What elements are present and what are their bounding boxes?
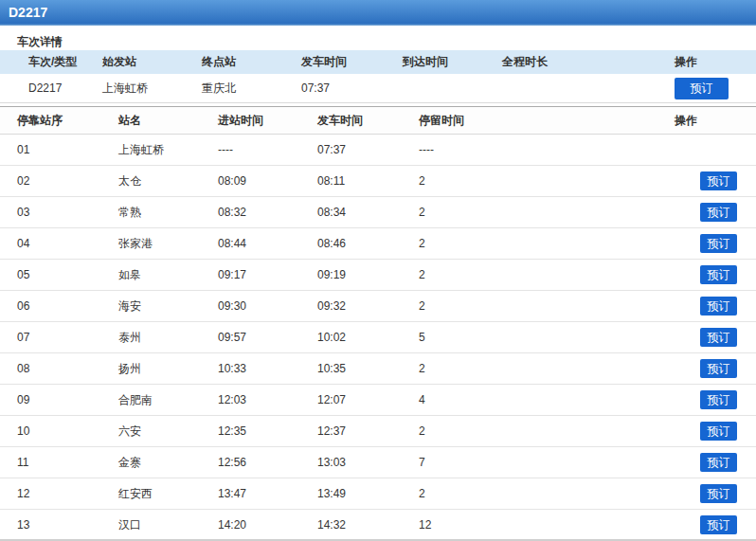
station-name-cell: 扬州 (118, 361, 218, 377)
departure-time-cell: 12:07 (317, 393, 419, 406)
departure-time-cell: 10:35 (317, 362, 419, 375)
stay-time-cell: 7 (419, 456, 675, 469)
stop-row: 03 常熟 08:32 08:34 2 预订 (0, 197, 756, 228)
header-cell-origin: 始发站 (102, 54, 202, 70)
departure-time-cell: 07:37 (317, 143, 419, 156)
departure-time-cell: 12:37 (317, 424, 419, 438)
header-cell-arrival-time: 进站时间 (218, 113, 317, 129)
arrival-time-cell: 14:20 (218, 518, 317, 532)
station-name-cell: 六安 (118, 424, 218, 440)
arrival-time-cell: 08:44 (218, 237, 317, 250)
stop-seq-cell: 07 (17, 331, 118, 344)
book-button[interactable]: 预订 (675, 78, 729, 99)
book-button[interactable]: 预订 (700, 390, 737, 409)
stop-seq-cell: 01 (17, 143, 118, 156)
stop-row: 10 六安 12:35 12:37 2 预订 (0, 416, 756, 447)
stops-table-body: 01 上海虹桥 ---- 07:37 ---- 02 太仓 08:09 08:1… (0, 135, 756, 541)
book-button[interactable]: 预订 (700, 171, 737, 190)
stops-header-row: 停靠站序 站名 进站时间 发车时间 停留时间 操作 (0, 107, 756, 135)
station-name-cell: 上海虹桥 (118, 142, 218, 158)
station-name-cell: 张家港 (118, 236, 218, 252)
train-code-cell: D2217 (28, 81, 102, 95)
title-bar: D2217 (0, 0, 756, 26)
stay-time-cell: 2 (419, 237, 675, 250)
stay-time-cell: 2 (419, 487, 675, 500)
station-name-cell: 红安西 (118, 486, 218, 502)
departure-time-cell: 13:49 (317, 487, 419, 500)
stop-row: 05 如皋 09:17 09:19 2 预订 (0, 260, 756, 291)
book-button[interactable]: 预订 (700, 359, 737, 378)
arrival-time-cell: 08:09 (218, 174, 317, 188)
departure-time-cell: 09:32 (317, 299, 419, 313)
book-button[interactable]: 预订 (700, 234, 737, 253)
arrival-time-cell: 12:03 (218, 393, 317, 406)
stop-row: 07 泰州 09:57 10:02 5 预订 (0, 322, 756, 353)
station-name-cell: 太仓 (118, 173, 218, 189)
origin-station-cell: 上海虹桥 (102, 81, 202, 97)
departure-time-cell: 08:11 (317, 174, 419, 188)
stay-time-cell: 2 (419, 424, 675, 438)
departure-time-cell: 08:34 (317, 206, 419, 219)
header-cell-terminus: 终点站 (202, 54, 301, 70)
stop-seq-cell: 13 (17, 518, 118, 532)
header-cell-departure-time: 发车时间 (317, 113, 419, 129)
train-summary-table: 车次/类型 始发站 终点站 发车时间 到达时间 全程时长 操作 D2217 上海… (0, 50, 756, 103)
stop-row: 13 汉口 14:20 14:32 12 预订 (0, 510, 756, 541)
arrival-time-cell: 10:33 (218, 362, 317, 375)
header-cell-depart-time: 发车时间 (301, 54, 403, 70)
stop-seq-cell: 11 (17, 456, 118, 469)
header-cell-duration: 全程时长 (502, 54, 675, 70)
station-name-cell: 海安 (118, 298, 218, 315)
book-button[interactable]: 预订 (700, 297, 737, 316)
stay-time-cell: 2 (419, 206, 675, 219)
arrival-time-cell: 12:35 (218, 424, 317, 438)
arrival-time-cell: 12:56 (218, 456, 317, 469)
section-title: 车次详情 (0, 26, 756, 50)
departure-time-cell: 10:02 (317, 331, 419, 344)
stay-time-cell: 4 (419, 393, 675, 406)
stop-seq-cell: 10 (17, 424, 118, 438)
train-summary-header-row: 车次/类型 始发站 终点站 发车时间 到达时间 全程时长 操作 (0, 50, 756, 74)
arrival-time-cell: ---- (218, 143, 317, 156)
stay-time-cell: 2 (419, 362, 675, 375)
arrival-time-cell: 09:30 (218, 299, 317, 313)
departure-time-cell: 08:46 (317, 237, 419, 250)
stay-time-cell: 12 (419, 518, 675, 532)
station-name-cell: 常熟 (118, 205, 218, 221)
stop-seq-cell: 05 (17, 268, 118, 281)
header-cell-stop-seq: 停靠站序 (17, 113, 118, 129)
book-button[interactable]: 预订 (700, 203, 737, 222)
stop-row: 01 上海虹桥 ---- 07:37 ---- (0, 135, 756, 166)
arrival-time-cell: 08:32 (218, 206, 317, 219)
terminus-station-cell: 重庆北 (202, 81, 301, 97)
stop-seq-cell: 08 (17, 362, 118, 375)
departure-time-cell: 14:32 (317, 518, 419, 532)
stop-row: 04 张家港 08:44 08:46 2 预订 (0, 228, 756, 260)
arrival-time-cell: 09:57 (218, 331, 317, 344)
stop-row: 02 太仓 08:09 08:11 2 预订 (0, 166, 756, 197)
stay-time-cell: 2 (419, 268, 675, 281)
header-cell-action: 操作 (675, 54, 756, 70)
departure-time-cell: 09:19 (317, 268, 419, 281)
book-button[interactable]: 预订 (700, 484, 737, 503)
book-button[interactable]: 预订 (700, 453, 737, 472)
stop-seq-cell: 03 (17, 206, 118, 219)
stay-time-cell: 5 (419, 331, 675, 344)
arrival-time-cell: 13:47 (218, 487, 317, 500)
stop-seq-cell: 12 (17, 487, 118, 500)
header-cell-train-type: 车次/类型 (28, 54, 102, 70)
stay-time-cell: ---- (419, 143, 675, 156)
book-button[interactable]: 预订 (700, 265, 737, 284)
stop-row: 11 金寨 12:56 13:03 7 预订 (0, 447, 756, 478)
station-name-cell: 泰州 (118, 330, 218, 346)
book-button[interactable]: 预订 (700, 515, 737, 534)
train-summary-row: D2217 上海虹桥 重庆北 07:37 预订 (0, 74, 756, 103)
stop-row: 09 合肥南 12:03 12:07 4 预订 (0, 385, 756, 416)
stay-time-cell: 2 (419, 174, 675, 188)
book-button[interactable]: 预订 (700, 422, 737, 441)
header-cell-action: 操作 (675, 113, 756, 129)
station-name-cell: 金寨 (118, 455, 218, 471)
stop-row: 12 红安西 13:47 13:49 2 预订 (0, 478, 756, 510)
book-button[interactable]: 预订 (700, 328, 737, 347)
depart-time-cell: 07:37 (301, 81, 403, 95)
